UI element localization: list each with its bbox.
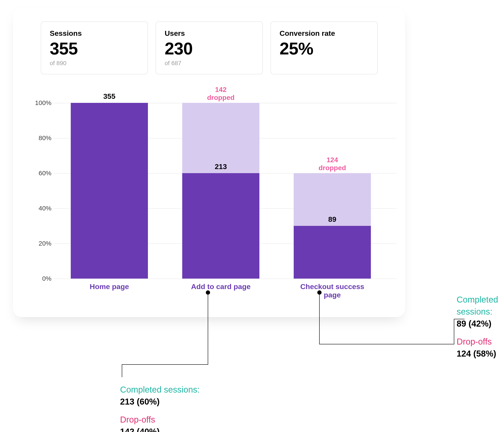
- conversion-label: Conversion rate: [279, 29, 369, 37]
- y-tick-80: 80%: [32, 134, 52, 142]
- callout-left-dropoffs-value: 142 (40%): [120, 426, 200, 432]
- callout-line: [454, 319, 454, 344]
- bar-checkout-pass-label: 89: [294, 215, 371, 223]
- callout-left-dropoffs-label: Drop-offs: [120, 414, 200, 426]
- users-value: 230: [165, 40, 254, 58]
- bar-checkout-drop-label: 124dropped: [294, 156, 371, 172]
- y-tick-40: 40%: [32, 205, 52, 212]
- x-label-checkout: Checkout success page: [294, 279, 371, 299]
- bar-home-pass: [71, 103, 148, 279]
- y-tick-100: 100%: [32, 99, 52, 106]
- y-tick-20: 20%: [32, 240, 52, 247]
- callout-line: [319, 292, 320, 344]
- users-label: Users: [165, 29, 254, 37]
- bar-addtocart-pass-label: 213: [182, 162, 259, 171]
- callout-right-dropoffs-value: 124 (58%): [457, 348, 504, 360]
- callout-left-completed-label: Completed sessions:: [120, 384, 200, 396]
- bar-addtocart-pass: [182, 173, 259, 279]
- callout-right-dropoffs-label: Drop-offs: [457, 335, 504, 348]
- callout-line: [208, 292, 208, 364]
- callout-right-completed-value: 89 (42%): [457, 317, 504, 330]
- y-tick-0: 0%: [32, 275, 52, 282]
- x-label-addtocart: Add to card page: [182, 279, 259, 291]
- y-tick-60: 60%: [32, 169, 52, 177]
- callout-right-completed-label: Completed sessions:: [457, 294, 504, 317]
- plot-area: 355 Home page 142dropped 213 Add to card…: [54, 103, 396, 279]
- callout-right: Completed sessions: 89 (42%) Drop-offs 1…: [457, 294, 504, 360]
- callout-line: [122, 364, 122, 377]
- conversion-value: 25%: [279, 40, 369, 58]
- summary-cards: Sessions 355 of 890 Users 230 of 687 Con…: [41, 21, 392, 74]
- stage: Sessions 355 of 890 Users 230 of 687 Con…: [0, 0, 504, 432]
- sessions-value: 355: [50, 40, 139, 58]
- sessions-label: Sessions: [50, 29, 139, 37]
- callout-line: [122, 364, 208, 365]
- users-sub: of 687: [165, 60, 254, 67]
- bar-addtocart-drop-label: 142dropped: [182, 86, 259, 102]
- users-card: Users 230 of 687: [156, 21, 263, 74]
- bar-home-top-label: 355: [71, 92, 148, 100]
- callout-left: Completed sessions: 213 (60%) Drop-offs …: [120, 384, 200, 432]
- funnel-chart: 100% 80% 60% 40% 20% 0% 355 Home page: [32, 97, 409, 311]
- analytics-panel: Sessions 355 of 890 Users 230 of 687 Con…: [13, 6, 405, 317]
- bar-home: 355 Home page: [71, 103, 148, 279]
- sessions-sub: of 890: [50, 60, 139, 67]
- sessions-card: Sessions 355 of 890: [41, 21, 148, 74]
- callout-left-completed-value: 213 (60%): [120, 396, 200, 408]
- x-label-home: Home page: [71, 279, 148, 291]
- bar-addtocart: 142dropped 213 Add to card page: [182, 103, 259, 279]
- conversion-card: Conversion rate 25%: [270, 21, 378, 74]
- bar-checkout-pass: [294, 226, 371, 279]
- bar-checkout: 124dropped 89 Checkout success page: [294, 103, 371, 279]
- callout-line: [319, 344, 454, 344]
